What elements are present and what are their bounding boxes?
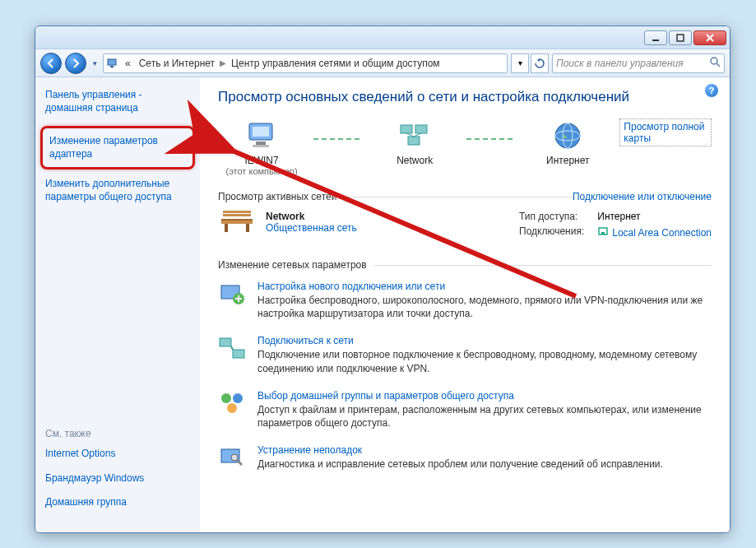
task-new-connection: Настройка нового подключения или сети На…: [218, 281, 712, 320]
svg-point-36: [233, 393, 243, 403]
svg-point-17: [555, 123, 580, 148]
svg-rect-33: [233, 350, 244, 358]
sidebar-see-also-header: См. также: [45, 428, 190, 439]
connection-link[interactable]: Local Area Connection: [597, 225, 712, 239]
sidebar-internet-options-link[interactable]: Internet Options: [45, 448, 190, 461]
active-network-row: Network Общественная сеть Тип доступа: И…: [218, 206, 712, 244]
network-type-link[interactable]: Общественная сеть: [266, 222, 357, 234]
breadcrumb-network-internet[interactable]: Сеть и Интернет: [136, 58, 218, 69]
network-center-icon: [107, 57, 120, 70]
help-icon[interactable]: ?: [705, 84, 718, 97]
svg-rect-21: [221, 219, 253, 221]
svg-line-7: [717, 63, 720, 67]
access-type-label: Тип доступа:: [519, 211, 584, 222]
overview-internet-node: Интернет: [524, 118, 611, 176]
connection-name: Local Area Connection: [612, 227, 712, 239]
network-name: Network: [266, 211, 357, 222]
search-input[interactable]: Поиск в панели управления: [552, 53, 725, 73]
close-button[interactable]: [693, 30, 726, 45]
window-body: Панель управления - домашняя страница Из…: [35, 77, 730, 532]
svg-point-6: [711, 58, 717, 64]
task-new-connection-link[interactable]: Настройка нового подключения или сети: [257, 281, 712, 292]
svg-rect-32: [220, 338, 231, 346]
ethernet-icon: [597, 225, 609, 239]
sidebar-homegroup-link[interactable]: Домашняя группа: [45, 496, 190, 509]
svg-point-37: [227, 403, 237, 413]
svg-rect-24: [223, 214, 251, 216]
sidebar-adapter-settings-link[interactable]: Изменение параметров адаптера: [49, 135, 186, 160]
connection-line-icon: [313, 138, 363, 140]
sidebar-advanced-sharing-link[interactable]: Изменить дополнительные параметры общего…: [45, 178, 190, 203]
homegroup-icon: [218, 390, 246, 418]
svg-rect-23: [246, 224, 249, 232]
svg-rect-27: [601, 232, 605, 235]
active-networks-header: Просмотр активных сетей Подключение или …: [218, 191, 712, 202]
svg-rect-13: [415, 125, 427, 133]
search-placeholder: Поиск в панели управления: [556, 58, 709, 69]
overview-computer-sublabel: (этот компьютер): [226, 166, 298, 176]
svg-line-16: [414, 133, 421, 137]
navbar: ▾ « Сеть и Интернет ▶ Центр управления с…: [35, 49, 730, 77]
nav-back-button[interactable]: [40, 53, 62, 74]
main-content: ? Просмотр основных сведений о сети и на…: [200, 77, 730, 532]
svg-rect-10: [256, 142, 266, 145]
refresh-button[interactable]: [531, 53, 549, 73]
task-homegroup-desc: Доступ к файлам и принтерам, расположенн…: [257, 403, 712, 430]
task-troubleshoot-desc: Диагностика и исправление сетевых пробле…: [257, 457, 712, 471]
public-network-bench-icon: [218, 211, 256, 237]
change-settings-header: Изменение сетевых параметров: [218, 259, 712, 271]
new-connection-icon: [218, 281, 246, 309]
search-icon: [709, 56, 721, 70]
view-full-map-link[interactable]: Просмотр полной карты: [619, 118, 712, 146]
svg-rect-4: [108, 59, 116, 65]
task-homegroup: Выбор домашней группы и параметров общег…: [218, 390, 712, 430]
svg-rect-14: [408, 137, 420, 145]
nav-forward-button[interactable]: [65, 53, 86, 74]
access-type-value: Интернет: [597, 211, 712, 222]
svg-point-35: [221, 393, 231, 403]
address-bar[interactable]: « Сеть и Интернет ▶ Центр управления сет…: [103, 53, 508, 73]
connect-disconnect-link[interactable]: Подключение или отключение: [573, 191, 712, 202]
overview-network-label: Network: [397, 155, 433, 166]
svg-rect-1: [677, 35, 684, 41]
chevron-right-icon: ▶: [220, 58, 226, 67]
svg-line-34: [231, 346, 233, 350]
task-homegroup-link[interactable]: Выбор домашней группы и параметров общег…: [257, 390, 712, 402]
overview-network-node: Network: [371, 118, 458, 176]
svg-line-15: [406, 133, 414, 137]
svg-rect-12: [401, 125, 412, 133]
svg-rect-9: [253, 127, 269, 137]
svg-rect-25: [223, 211, 251, 213]
network-icon: [397, 118, 432, 153]
change-settings-header-text: Изменение сетевых параметров: [218, 259, 367, 271]
svg-rect-11: [253, 145, 269, 147]
minimize-button[interactable]: [644, 30, 667, 45]
maximize-button[interactable]: [669, 30, 692, 45]
sidebar-home-link[interactable]: Панель управления - домашняя страница: [45, 89, 190, 114]
globe-icon: [550, 118, 585, 153]
task-new-connection-desc: Настройка беспроводного, широкополосного…: [257, 294, 712, 320]
sidebar-firewall-link[interactable]: Брандмауэр Windows: [45, 472, 190, 485]
breadcrumb-prefix[interactable]: «: [122, 58, 134, 69]
task-connect-network-link[interactable]: Подключиться к сети: [257, 335, 712, 346]
task-troubleshoot: Устранение неполадок Диагностика и испра…: [218, 444, 712, 472]
address-bar-buttons: ▾: [511, 53, 549, 73]
task-connect-network: Подключиться к сети Подключение или повт…: [218, 335, 712, 374]
titlebar: [35, 26, 730, 49]
breadcrumb-network-center[interactable]: Центр управления сетями и общим доступом: [228, 58, 443, 69]
annotation-highlight-box: Изменение параметров адаптера: [40, 126, 195, 170]
control-panel-window: ▾ « Сеть и Интернет ▶ Центр управления с…: [35, 26, 730, 533]
overview-computer-node: IEWIN7 (этот компьютер): [218, 118, 305, 176]
connections-label: Подключения:: [519, 225, 584, 239]
sidebar: Панель управления - домашняя страница Из…: [35, 77, 200, 532]
connection-line-icon: [466, 138, 516, 140]
network-map-overview: IEWIN7 (этот компьютер) Network Ин: [218, 118, 712, 176]
nav-history-dropdown[interactable]: ▾: [90, 53, 100, 74]
svg-rect-22: [225, 224, 228, 232]
task-troubleshoot-link[interactable]: Устранение неполадок: [257, 444, 712, 456]
task-connect-network-desc: Подключение или повторное подключение к …: [257, 348, 712, 374]
address-dropdown-button[interactable]: ▾: [511, 53, 529, 73]
page-title: Просмотр основных сведений о сети и наст…: [218, 89, 712, 105]
svg-point-39: [231, 454, 238, 461]
overview-computer-label: IEWIN7: [244, 155, 278, 166]
